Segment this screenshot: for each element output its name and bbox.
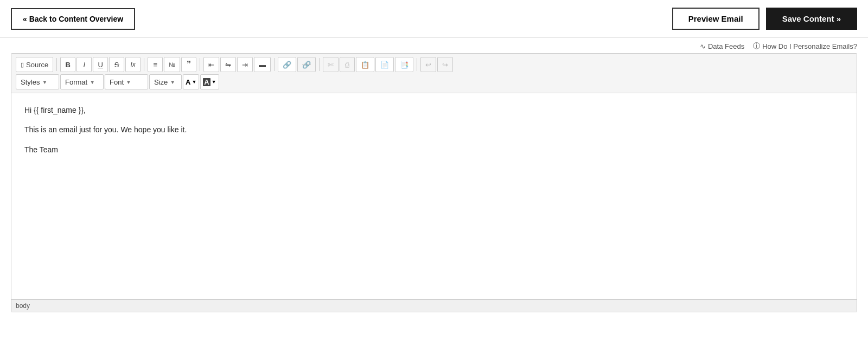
bold-button[interactable]: B <box>60 57 75 72</box>
font-dropdown-arrow: ▼ <box>126 79 131 85</box>
content-line-1: Hi {{ first_name }}, <box>24 104 844 116</box>
ordered-list-button[interactable]: № <box>164 57 180 72</box>
font-color-a-label: A <box>186 78 190 86</box>
editor-statusbar: body <box>11 299 857 312</box>
copy-icon: ⎙ <box>345 61 349 69</box>
undo-button[interactable]: ↩ <box>420 57 436 72</box>
editor-toolbar: ▯ Source B I U S Ix ≡ № ” <box>11 54 857 93</box>
blockquote-button[interactable]: ” <box>181 57 196 72</box>
redo-icon: ↪ <box>442 61 448 69</box>
styles-dropdown-arrow: ▼ <box>42 79 47 85</box>
strikethrough-button[interactable]: S <box>109 57 124 72</box>
paste-text-button[interactable]: 📄 <box>375 57 394 72</box>
content-line-3: The Team <box>24 144 844 156</box>
copy-button[interactable]: ⎙ <box>340 57 355 72</box>
toolbar-links: ∿ Data Feeds ⓘ How Do I Personalize Emai… <box>0 38 868 53</box>
save-content-button[interactable]: Save Content » <box>766 8 857 30</box>
justify-icon: ▬ <box>259 61 266 69</box>
undo-icon: ↩ <box>425 61 431 69</box>
paste-button[interactable]: 📋 <box>356 57 374 72</box>
align-right-button[interactable]: ⇥ <box>237 57 253 72</box>
source-icon: ▯ <box>21 61 24 68</box>
redo-button[interactable]: ↪ <box>437 57 453 72</box>
list-ordered-icon: № <box>169 61 175 68</box>
align-right-icon: ⇥ <box>242 61 248 69</box>
separator-2 <box>144 58 144 71</box>
cut-button[interactable]: ✄ <box>323 57 339 72</box>
align-left-button[interactable]: ⇤ <box>203 57 219 72</box>
header-right: Preview Email Save Content » <box>672 8 857 30</box>
unlink-icon: 🔗 <box>302 61 311 69</box>
separator-6 <box>417 58 417 71</box>
content-line-2: This is an email just for you. We hope y… <box>24 124 844 136</box>
bg-color-a-label: A <box>203 78 210 86</box>
background-color-button[interactable]: A ▼ <box>200 74 219 89</box>
styles-dropdown[interactable]: Styles ▼ <box>16 74 59 89</box>
separator-1 <box>56 58 57 71</box>
clear-format-button[interactable]: Ix <box>125 57 141 72</box>
source-button[interactable]: ▯ Source <box>16 57 53 72</box>
align-left-icon: ⇤ <box>208 61 214 69</box>
bg-color-down-arrow: ▼ <box>212 79 216 85</box>
font-dropdown[interactable]: Font ▼ <box>105 74 148 89</box>
size-dropdown-arrow: ▼ <box>170 79 175 85</box>
unordered-list-button[interactable]: ≡ <box>148 57 163 72</box>
separator-4 <box>274 58 275 71</box>
paste-icon: 📋 <box>361 61 369 69</box>
separator-3 <box>200 58 200 71</box>
data-feeds-link[interactable]: ∿ Data Feeds <box>700 42 744 50</box>
personalize-emails-link[interactable]: ⓘ How Do I Personalize Emails? <box>753 41 857 51</box>
preview-email-button[interactable]: Preview Email <box>672 8 760 30</box>
justify-button[interactable]: ▬ <box>254 57 271 72</box>
unlink-button[interactable]: 🔗 <box>297 57 316 72</box>
paste-word-icon: 📑 <box>400 61 409 69</box>
separator-5 <box>319 58 320 71</box>
paste-word-button[interactable]: 📑 <box>395 57 413 72</box>
status-body-tag: body <box>16 302 30 310</box>
toolbar-row-2: Styles ▼ Format ▼ Font ▼ Size ▼ A ▼ <box>16 74 852 89</box>
format-dropdown[interactable]: Format ▼ <box>60 74 104 89</box>
color-down-arrow: ▼ <box>192 79 196 85</box>
size-dropdown[interactable]: Size ▼ <box>149 74 182 89</box>
link-icon: 🔗 <box>283 61 291 69</box>
editor-wrapper: ▯ Source B I U S Ix ≡ № ” <box>11 53 857 312</box>
format-dropdown-arrow: ▼ <box>90 79 95 85</box>
align-center-icon: ⇋ <box>225 61 231 69</box>
italic-button[interactable]: I <box>76 57 92 72</box>
toolbar-row-1: ▯ Source B I U S Ix ≡ № ” <box>16 57 852 72</box>
editor-content-area[interactable]: Hi {{ first_name }}, This is an email ju… <box>11 93 857 299</box>
rss-icon: ∿ <box>700 42 706 50</box>
underline-button[interactable]: U <box>93 57 108 72</box>
help-icon: ⓘ <box>753 41 760 51</box>
insert-link-button[interactable]: 🔗 <box>278 57 296 72</box>
list-unordered-icon: ≡ <box>153 61 157 69</box>
header: « Back to Content Overview Preview Email… <box>0 0 868 38</box>
back-to-content-button[interactable]: « Back to Content Overview <box>11 8 135 30</box>
header-left: « Back to Content Overview <box>11 8 135 30</box>
font-color-button[interactable]: A ▼ <box>183 74 199 89</box>
align-center-button[interactable]: ⇋ <box>220 57 236 72</box>
cut-icon: ✄ <box>328 61 334 69</box>
paste-text-icon: 📄 <box>380 61 389 69</box>
